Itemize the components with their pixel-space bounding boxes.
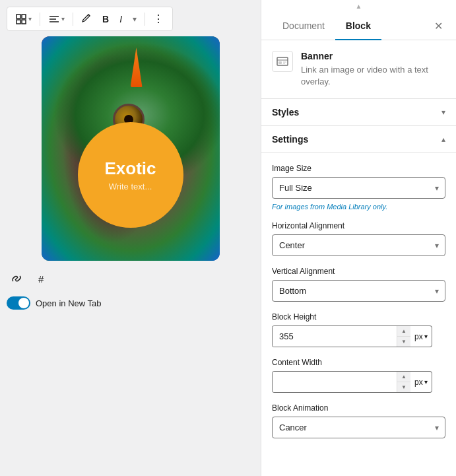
block-height-spinner: ▲ ▼ xyxy=(397,326,410,347)
toolbar-separator-2 xyxy=(73,13,73,26)
banner-block-icon xyxy=(272,51,293,72)
chevron-up-icon: ▲ xyxy=(356,3,362,10)
banner-svg-icon xyxy=(276,55,289,68)
block-type-icon xyxy=(15,13,27,25)
vertical-alignment-select-wrap: Bottom ▾ xyxy=(272,280,445,302)
pencil-icon xyxy=(81,14,92,24)
block-height-input[interactable] xyxy=(273,326,397,347)
overlay-title: Exotic xyxy=(104,158,156,179)
link-button[interactable] xyxy=(7,270,26,287)
content-width-spinner: ▲ ▼ xyxy=(397,372,410,392)
italic-label: I xyxy=(119,14,122,24)
content-width-input-group: ▲ ▼ px ▾ xyxy=(272,371,445,393)
panel-close-button[interactable]: ✕ xyxy=(432,17,445,35)
bottom-toolbar: # xyxy=(7,266,254,291)
top-chevron-area: ▲ xyxy=(261,0,456,13)
banner-info-section: Banner Link an image or video with a tex… xyxy=(261,40,456,99)
tab-block[interactable]: Block xyxy=(335,13,381,40)
image-size-field: Image Size Full Size ▾ For images from M… xyxy=(272,164,445,211)
content-width-input[interactable] xyxy=(273,372,397,392)
text-overlay-circle[interactable]: Exotic Write text... xyxy=(78,122,183,228)
block-height-decrement[interactable]: ▼ xyxy=(397,337,410,347)
content-width-increment[interactable]: ▲ xyxy=(397,372,410,382)
horizontal-alignment-field: Horizontal Alignment Center ▾ xyxy=(272,221,445,256)
anchor-button[interactable]: # xyxy=(34,271,48,287)
vertical-alignment-select[interactable]: Bottom xyxy=(272,280,445,302)
content-width-decrement[interactable]: ▼ xyxy=(397,382,410,392)
styles-label: Styles xyxy=(272,107,299,118)
editor-left-panel: ▾ ▾ B I ▾ ⋮ xyxy=(0,0,261,476)
block-height-increment[interactable]: ▲ xyxy=(397,326,410,337)
block-height-unit-chevron-down-icon: ▾ xyxy=(424,333,428,340)
block-height-field: Block Height ▲ ▼ px ▾ xyxy=(272,312,445,347)
align-button[interactable]: ▾ xyxy=(44,11,69,28)
image-size-note: For images from Media Library only. xyxy=(272,203,445,211)
svg-rect-0 xyxy=(16,15,20,18)
banner-description: Link an image or video with a text overl… xyxy=(301,64,445,88)
block-animation-select-wrap: Cancer ▾ xyxy=(272,417,445,438)
toggle-thumb xyxy=(18,298,29,308)
settings-content-area: Image Size Full Size ▾ For images from M… xyxy=(261,153,456,449)
banner-preview-container: Exotic Write text... xyxy=(42,36,220,261)
content-width-unit-select[interactable]: px ▾ xyxy=(410,371,432,393)
horizontal-alignment-label: Horizontal Alignment xyxy=(272,221,445,230)
block-height-number-wrap: ▲ ▼ xyxy=(272,325,410,347)
image-size-select[interactable]: Full Size xyxy=(272,177,445,199)
bold-button[interactable]: B xyxy=(98,11,113,27)
overlay-subtitle[interactable]: Write text... xyxy=(109,182,152,191)
content-width-number-wrap: ▲ ▼ xyxy=(272,371,410,393)
tab-document[interactable]: Document xyxy=(272,13,335,40)
block-height-label: Block Height xyxy=(272,312,445,322)
settings-chevron-up-icon: ▴ xyxy=(441,135,445,144)
settings-section-header[interactable]: Settings ▴ xyxy=(261,126,456,153)
bold-label: B xyxy=(102,14,109,24)
styles-section-header[interactable]: Styles ▾ xyxy=(261,99,456,126)
horizontal-alignment-select[interactable]: Center xyxy=(272,234,445,256)
block-animation-label: Block Animation xyxy=(272,403,445,413)
content-width-field: Content Width ▲ ▼ px ▾ xyxy=(272,358,445,393)
svg-rect-3 xyxy=(22,20,26,24)
panel-tabs: Document Block ✕ xyxy=(261,13,456,40)
more-options-button[interactable]: ⋮ xyxy=(149,10,168,28)
link-icon xyxy=(11,273,22,285)
block-toolbar: ▾ ▾ B I ▾ ⋮ xyxy=(7,7,173,31)
edit-button[interactable] xyxy=(77,11,96,27)
settings-label: Settings xyxy=(272,134,308,145)
block-settings-panel: ▲ Document Block ✕ Banner Link an image … xyxy=(261,0,456,476)
more-text-button[interactable]: ▾ xyxy=(129,12,141,26)
svg-rect-2 xyxy=(16,20,20,24)
block-height-input-group: ▲ ▼ px ▾ xyxy=(272,325,445,347)
open-new-tab-label: Open in New Tab xyxy=(36,298,102,308)
banner-info-text: Banner Link an image or video with a tex… xyxy=(301,51,445,88)
open-new-tab-row: Open in New Tab xyxy=(7,296,254,310)
horizontal-alignment-select-wrap: Center ▾ xyxy=(272,234,445,256)
toolbar-separator-3 xyxy=(145,13,145,26)
block-animation-field: Block Animation Cancer ▾ xyxy=(272,403,445,438)
block-height-unit-label: px xyxy=(414,332,423,341)
image-size-label: Image Size xyxy=(272,164,445,173)
svg-rect-1 xyxy=(22,15,26,18)
content-width-unit-label: px xyxy=(414,378,423,387)
italic-button[interactable]: I xyxy=(115,11,126,27)
block-animation-select[interactable]: Cancer xyxy=(272,417,445,438)
styles-chevron-down-icon: ▾ xyxy=(441,108,445,117)
banner-title: Banner xyxy=(301,51,445,61)
vertical-alignment-field: Vertical Alignment Bottom ▾ xyxy=(272,267,445,302)
toolbar-separator xyxy=(40,13,40,26)
content-width-label: Content Width xyxy=(272,358,445,367)
svg-line-7 xyxy=(88,15,90,16)
content-width-unit-chevron-down-icon: ▾ xyxy=(424,378,428,386)
svg-rect-8 xyxy=(277,57,288,65)
open-new-tab-toggle[interactable] xyxy=(7,296,30,310)
vertical-alignment-label: Vertical Alignment xyxy=(272,267,445,276)
svg-rect-10 xyxy=(278,61,282,64)
align-icon xyxy=(48,13,60,25)
block-height-unit-select[interactable]: px ▾ xyxy=(410,325,432,347)
image-size-select-wrap: Full Size ▾ xyxy=(272,177,445,199)
block-type-button[interactable]: ▾ xyxy=(11,11,36,28)
